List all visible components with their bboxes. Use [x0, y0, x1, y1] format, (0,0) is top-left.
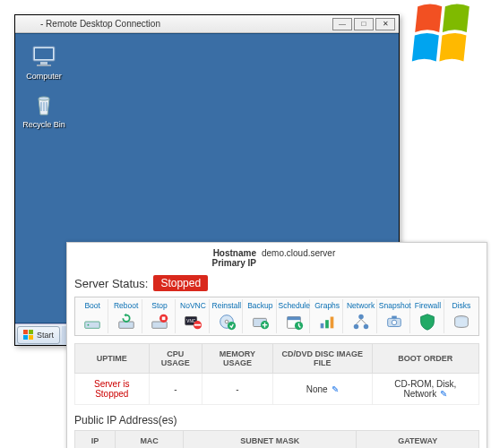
start-label: Start: [37, 331, 54, 340]
svg-point-30: [358, 314, 364, 320]
firewall-icon: [418, 312, 437, 332]
hostname-label: Hostname: [194, 248, 256, 258]
snapshot-icon: [384, 312, 404, 332]
network-button[interactable]: Network: [345, 299, 376, 333]
window-controls: — □ ✕: [332, 18, 395, 30]
primary-ip-label: Primary IP: [194, 258, 256, 268]
svg-point-20: [225, 320, 228, 323]
ip-section-title: Public IP Address(es): [74, 414, 479, 426]
status-badge: Stopped: [153, 275, 208, 291]
snapshot-button[interactable]: Snapshot: [379, 299, 410, 333]
recycle-bin-icon: [30, 90, 58, 118]
desktop-icon-label: Computer: [26, 72, 62, 81]
desktop-icon-recycle-bin[interactable]: Recycle Bin: [21, 90, 67, 129]
svg-rect-8: [29, 335, 33, 340]
boot-order-value: CD-ROM, Disk, Network✎: [372, 374, 478, 405]
svg-rect-6: [29, 330, 33, 334]
backup-icon: [250, 312, 270, 332]
computer-icon: [30, 41, 58, 70]
svg-rect-25: [287, 317, 300, 321]
svg-rect-18: [194, 324, 201, 326]
cpu-value: -: [149, 374, 202, 405]
svg-point-32: [363, 324, 368, 330]
ip-table: IP MAC SUBNET MASK GATEWAY 255.255.255.0: [74, 430, 479, 448]
schedule-button[interactable]: Schedule: [279, 299, 310, 333]
schedule-icon: [284, 312, 304, 332]
col-gateway: GATEWAY: [357, 431, 479, 449]
col-uptime: UPTIME: [75, 344, 150, 374]
network-icon: [351, 312, 371, 332]
status-table: UPTIME CPU USAGE MEMORY USAGE CD/DVD DIS…: [74, 343, 479, 405]
svg-point-10: [88, 324, 90, 326]
col-memory: MEMORY USAGE: [202, 344, 273, 374]
svg-point-4: [39, 97, 49, 100]
svg-rect-29: [331, 317, 334, 329]
svg-rect-9: [85, 322, 100, 328]
reinstall-button[interactable]: Reinstall: [211, 299, 243, 333]
maximize-button[interactable]: □: [354, 18, 374, 30]
graphs-button[interactable]: Graphs: [312, 299, 343, 333]
firewall-button[interactable]: Firewall: [412, 299, 444, 333]
stop-icon: [150, 312, 169, 332]
svg-rect-5: [23, 330, 28, 334]
reinstall-icon: [217, 312, 237, 332]
svg-rect-3: [37, 65, 51, 66]
server-status-line: Server Status: Stopped: [74, 275, 479, 291]
cd-value: None✎: [272, 374, 372, 405]
col-ip: IP: [75, 431, 116, 449]
action-toolbar: Boot Reboot Stop NoVNC VNC Reinstall Bac…: [74, 297, 479, 336]
col-cd: CD/DVD DISC IMAGE FILE: [272, 344, 372, 374]
svg-rect-14: [162, 317, 166, 321]
novnc-icon: VNC: [183, 312, 202, 332]
disks-icon: [452, 312, 471, 332]
graphs-icon: [317, 312, 337, 332]
desktop-icon-computer[interactable]: Computer: [21, 41, 67, 81]
svg-rect-11: [118, 322, 134, 328]
start-button[interactable]: Start: [17, 326, 60, 344]
svg-rect-27: [321, 323, 324, 329]
stop-button[interactable]: Stop: [144, 299, 176, 333]
col-boot-order: BOOT ORDER: [372, 344, 478, 374]
svg-rect-1: [35, 48, 53, 59]
boot-button[interactable]: Boot: [77, 299, 108, 333]
hostname-value: demo.cloud.server: [262, 248, 360, 258]
svg-rect-12: [152, 322, 168, 328]
col-cpu: CPU USAGE: [149, 344, 202, 374]
novnc-button[interactable]: NoVNC VNC: [177, 299, 209, 333]
uptime-value: Server is Stopped: [75, 374, 150, 405]
boot-icon: [82, 312, 102, 332]
server-control-panel: Hostname demo.cloud.server Primary IP Se…: [66, 242, 487, 448]
windows-flag-logo: [410, 0, 491, 72]
svg-point-21: [228, 322, 236, 330]
col-subnet: SUBNET MASK: [184, 431, 357, 449]
primary-ip-value: [262, 258, 360, 268]
svg-point-31: [353, 324, 358, 330]
table-row: Server is Stopped - - None✎ CD-ROM, Disk…: [75, 374, 479, 405]
svg-rect-2: [40, 62, 47, 65]
svg-rect-28: [325, 320, 329, 328]
svg-rect-7: [23, 335, 28, 340]
backup-button[interactable]: Backup: [245, 299, 276, 333]
desktop-icon-label: Recycle Bin: [22, 120, 65, 129]
minimize-button[interactable]: —: [332, 18, 352, 30]
edit-boot-order-icon[interactable]: ✎: [440, 389, 447, 399]
col-mac: MAC: [116, 431, 184, 449]
status-label: Server Status:: [74, 277, 148, 290]
edit-cd-icon[interactable]: ✎: [332, 384, 339, 394]
reboot-icon: [116, 312, 136, 332]
svg-point-34: [392, 320, 397, 325]
window-title: - Remote Desktop Connection: [19, 19, 332, 29]
reboot-button[interactable]: Reboot: [110, 299, 142, 333]
memory-value: -: [202, 374, 273, 405]
close-button[interactable]: ✕: [375, 18, 395, 30]
disks-button[interactable]: Disks: [446, 299, 477, 333]
svg-rect-35: [392, 316, 397, 319]
rdp-titlebar[interactable]: - Remote Desktop Connection — □ ✕: [15, 15, 399, 33]
